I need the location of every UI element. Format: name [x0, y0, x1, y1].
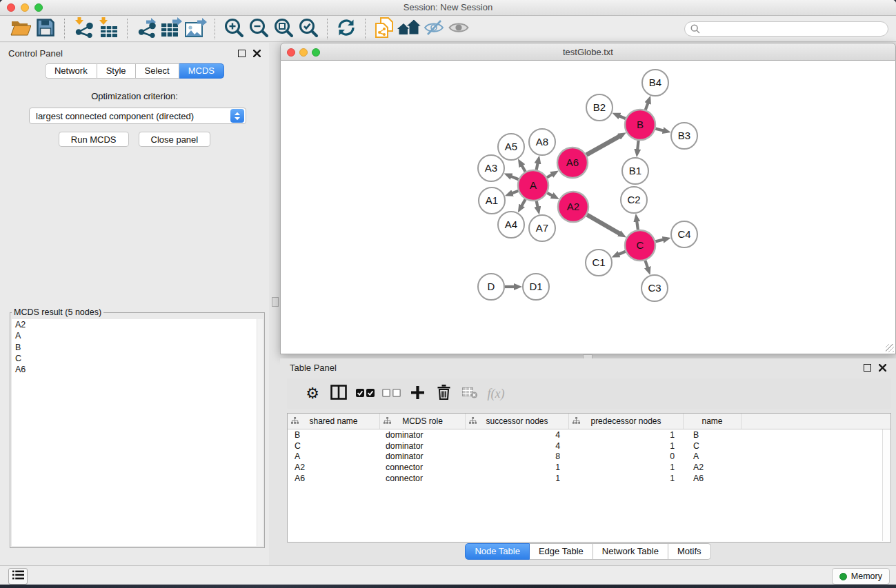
graph-node-A6[interactable]: A6 [557, 148, 588, 178]
graph-edge-C-C3[interactable] [645, 261, 648, 269]
graph-node-A2[interactable]: A2 [558, 192, 588, 222]
vertical-splitter-handle[interactable] [272, 297, 279, 307]
graph-edge-C-C1[interactable] [618, 252, 626, 255]
graph-node-B4[interactable]: B4 [642, 70, 668, 96]
network-zoom-button[interactable] [312, 48, 320, 57]
import-network-button[interactable] [71, 18, 96, 40]
table-row[interactable]: Adominator80A [288, 451, 890, 462]
network-canvas[interactable]: AA1A2A3A4A5A6A7A8BB1B2B3B4CC1C2C3C4DD1 [280, 61, 896, 354]
graph-node-A5[interactable]: A5 [498, 134, 524, 160]
graph-node-B[interactable]: B [625, 110, 655, 140]
memory-button[interactable]: Memory [832, 568, 890, 585]
network-minimize-button[interactable] [299, 48, 308, 57]
graph-edge-A-A5[interactable] [521, 165, 526, 172]
graph-node-A7[interactable]: A7 [529, 215, 555, 241]
graph-edge-A-A2[interactable] [547, 193, 553, 196]
run-mcds-button[interactable]: Run MCDS [59, 132, 129, 147]
tab-mcds[interactable]: MCDS [179, 63, 224, 79]
unselect-all-columns-button[interactable] [378, 381, 404, 406]
tab-motifs[interactable]: Motifs [668, 543, 711, 560]
function-builder-button[interactable]: f(x) [483, 381, 509, 406]
graph-node-B1[interactable]: B1 [622, 158, 648, 184]
graph-edge-C-C4[interactable] [655, 239, 664, 241]
close-table-panel-icon[interactable] [879, 364, 886, 372]
column-header-predecessor-nodes[interactable]: predecessor nodes [569, 414, 684, 429]
network-close-button[interactable] [287, 48, 295, 57]
result-item[interactable]: B [12, 342, 263, 353]
graph-edge-A-A3[interactable] [510, 176, 519, 179]
graph-node-A3[interactable]: A3 [478, 155, 504, 181]
table-row[interactable]: Bdominator41B [288, 429, 890, 440]
result-item[interactable]: A6 [12, 364, 263, 375]
tab-network[interactable]: Network [45, 63, 97, 79]
graph-node-D[interactable]: D [478, 274, 504, 300]
zoom-out-button[interactable] [246, 18, 271, 40]
search-field[interactable] [684, 21, 888, 37]
close-panel-icon[interactable] [253, 50, 261, 57]
graph-edge-A-A1[interactable] [511, 191, 518, 194]
column-header-successor-nodes[interactable]: successor nodes [466, 414, 569, 429]
graph-node-C1[interactable]: C1 [586, 250, 612, 276]
graph-edge-C-C2[interactable] [637, 221, 638, 230]
column-header-name[interactable]: name [684, 414, 741, 429]
float-table-panel-icon[interactable] [864, 364, 871, 372]
close-panel-button[interactable]: Close panel [139, 132, 211, 147]
table-row[interactable]: A6connector11A6 [288, 473, 890, 484]
first-neighbors-button[interactable] [397, 18, 421, 40]
import-table-button[interactable] [96, 18, 121, 40]
graph-edge-A-A6[interactable] [547, 174, 553, 178]
zoom-selected-button[interactable] [296, 18, 321, 40]
result-item[interactable]: A2 [12, 319, 263, 330]
hide-selected-button[interactable] [421, 18, 446, 40]
export-network-button[interactable] [134, 18, 159, 40]
zoom-in-button[interactable] [221, 18, 246, 40]
graph-edge-A-A7[interactable] [537, 201, 538, 208]
result-scrollbar[interactable] [257, 319, 263, 546]
zoom-fit-button[interactable] [271, 18, 296, 40]
graph-node-C[interactable]: C [625, 230, 655, 261]
graph-node-B3[interactable]: B3 [671, 123, 697, 149]
graph-edge-B-B3[interactable] [655, 129, 664, 131]
graph-edge-B-B4[interactable] [646, 102, 648, 110]
create-column-button[interactable] [404, 381, 430, 406]
graph-edge-B-B2[interactable] [619, 116, 626, 119]
graph-node-A8[interactable]: A8 [529, 129, 555, 155]
graph-node-C4[interactable]: C4 [671, 221, 697, 247]
result-item[interactable]: A [12, 330, 263, 341]
window-resize-handle[interactable] [886, 344, 894, 352]
result-item[interactable]: C [12, 353, 263, 364]
graph-node-A1[interactable]: A1 [479, 187, 505, 214]
select-all-columns-button[interactable] [352, 381, 378, 406]
open-session-button[interactable] [8, 18, 33, 40]
tab-network-table[interactable]: Network Table [593, 543, 668, 560]
tab-select[interactable]: Select [136, 63, 179, 79]
graph-edge-A-A4[interactable] [521, 199, 526, 207]
export-table-button[interactable] [159, 18, 183, 40]
graph-node-C3[interactable]: C3 [641, 275, 668, 301]
tab-style[interactable]: Style [97, 63, 136, 79]
graph-node-A[interactable]: A [518, 170, 548, 201]
export-image-button[interactable] [183, 18, 208, 40]
graph-edge-B-B1[interactable] [637, 141, 639, 150]
graph-node-A4[interactable]: A4 [498, 212, 524, 238]
apply-layout-button[interactable] [334, 18, 359, 40]
optimization-criterion-select[interactable]: largest connected component (directed) [29, 108, 246, 124]
network-window-titlebar[interactable]: testGlobe.txt [280, 43, 896, 61]
table-row[interactable]: Cdominator41C [288, 440, 890, 452]
table-row[interactable]: A2connector11A2 [288, 462, 890, 473]
graph-node-C2[interactable]: C2 [621, 187, 647, 213]
mcds-result-list[interactable]: A2ABCA6 [12, 319, 263, 546]
show-all-button[interactable] [446, 18, 471, 40]
task-history-button[interactable] [8, 568, 28, 585]
float-panel-icon[interactable] [238, 50, 246, 57]
graph-edge-A-A8[interactable] [537, 162, 538, 170]
graph-edge-A2-C[interactable] [587, 215, 621, 234]
new-network-from-selection-button[interactable] [372, 18, 397, 40]
graph-node-B2[interactable]: B2 [586, 94, 613, 121]
tab-edge-table[interactable]: Edge Table [530, 543, 593, 560]
table-scrollbar[interactable] [882, 429, 890, 541]
show-columns-button[interactable] [326, 381, 352, 406]
search-input[interactable] [700, 23, 882, 34]
column-header-shared-name[interactable]: shared name [288, 414, 380, 429]
column-header-MCDS-role[interactable]: MCDS role [380, 414, 466, 429]
